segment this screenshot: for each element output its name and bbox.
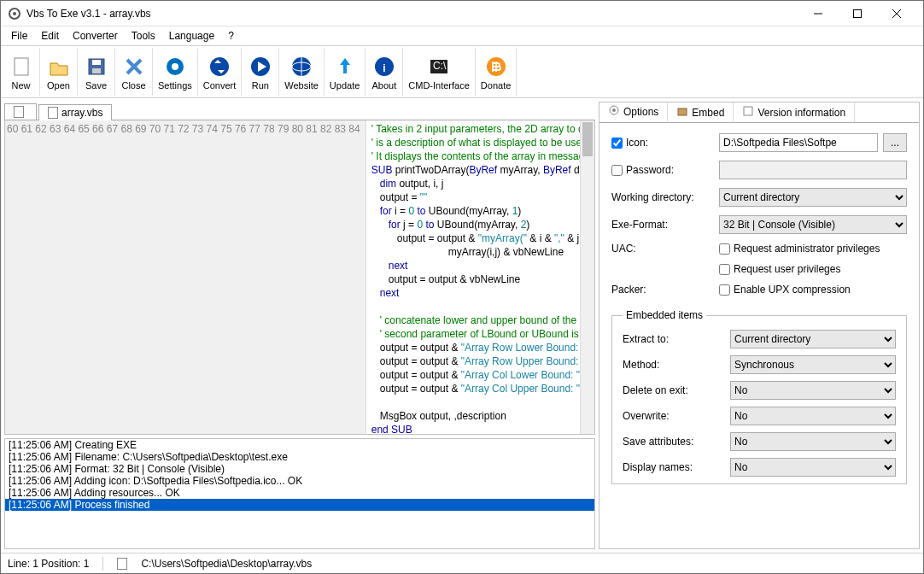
log-output[interactable]: [11:25:06 AM] Creating EXE[11:25:06 AM] … [4,438,595,549]
delete-label: Delete on exit: [623,384,725,396]
right-tab-options[interactable]: Options [599,102,668,122]
menu-edit[interactable]: Edit [34,28,66,44]
password-label: Password: [626,164,674,176]
method-select[interactable]: Synchronous [730,355,896,374]
log-line[interactable]: [11:25:06 AM] Format: 32 Bit | Console (… [5,463,594,475]
right-tab-embed[interactable]: Embed [668,102,734,122]
log-line[interactable]: [11:25:06 AM] Process finished [5,499,594,511]
tab-label: array.vbs [61,107,102,119]
saveattr-select[interactable]: No [730,432,896,451]
code-area[interactable]: ' Takes in 2 input parameters, the 2D ar… [366,120,594,434]
status-position: Line: 1 Position: 1 [8,558,89,570]
toolbar-convert-button[interactable]: Convert [198,48,243,96]
open-icon [47,55,71,79]
toolbar-label: New [11,80,30,91]
app-icon [8,7,21,20]
toolbar-open-button[interactable]: Open [40,48,78,96]
log-line[interactable]: [11:25:06 AM] Adding resources... OK [5,487,594,499]
extract-label: Extract to: [623,333,725,345]
toolbar-website-button[interactable]: Website [279,48,325,96]
file-icon [117,558,127,570]
editor-tab[interactable]: array.vbs [38,104,112,120]
code-editor[interactable]: 60 61 62 63 64 65 66 67 68 69 70 71 72 7… [4,120,595,435]
svg-rect-3 [854,9,862,17]
file-icon [14,106,24,118]
menu-file[interactable]: File [4,28,34,44]
options-tabs: OptionsEmbedVersion information [599,102,919,123]
left-pane: array.vbs 60 61 62 63 64 65 66 67 68 69 … [4,102,595,549]
tab-icon [608,104,620,119]
uac-user-label: Request user privileges [734,263,840,275]
svg-rect-8 [92,60,101,65]
svg-text:i: i [383,62,385,74]
toolbar-label: Run [252,80,269,91]
toolbar-cmd-button[interactable]: C:\CMD-Interface [403,48,476,96]
tab-label: Embed [692,107,724,119]
file-icon [48,107,58,119]
svg-point-1 [13,12,16,15]
log-line[interactable]: [11:25:06 AM] Adding icon: D:\Softpedia … [5,475,594,487]
toolbar-update-button[interactable]: Update [325,48,366,96]
extract-select[interactable]: Current directory [730,330,896,348]
toolbar-label: Open [47,80,70,91]
line-gutter: 60 61 62 63 64 65 66 67 68 69 70 71 72 7… [5,120,366,434]
right-tab-version-information[interactable]: Version information [734,102,855,122]
tab-label: Options [623,106,658,118]
overwrite-select[interactable]: No [730,407,896,425]
editor-scrollbar[interactable] [580,120,594,434]
display-select[interactable]: No [730,458,896,477]
toolbar-close-button[interactable]: Close [115,48,153,96]
uac-admin-label: Request administrator privileges [734,243,880,255]
log-line[interactable]: [11:25:06 AM] Creating EXE [5,439,594,451]
scrollbar-thumb[interactable] [582,122,593,156]
editor-tab[interactable] [4,103,37,120]
toolbar-save-button[interactable]: Save [78,48,115,96]
toolbar-run-button[interactable]: Run [242,48,279,96]
menu-converter[interactable]: Converter [66,28,125,44]
toolbar: NewOpenSaveCloseSettingsConvertRunWebsit… [1,45,923,98]
menu-language[interactable]: Language [162,28,221,44]
saveattr-label: Save attributes: [623,436,725,448]
toolbar-label: Website [284,80,319,91]
delete-select[interactable]: No [730,381,896,400]
svg-rect-28 [744,107,752,115]
toolbar-label: About [371,80,396,91]
website-icon [289,55,313,79]
run-icon [249,55,272,79]
options-panel: Icon: ... Password: Working directory: C… [599,123,919,548]
status-separator [102,557,103,571]
update-icon [333,55,357,79]
uac-user-checkbox[interactable] [719,264,730,275]
toolbar-new-button[interactable]: New [3,48,40,96]
toolbar-settings-button[interactable]: Settings [153,48,198,96]
settings-icon [163,55,187,79]
editor-tabs: array.vbs [4,102,595,120]
icon-label: Icon: [626,137,648,149]
exefmt-select[interactable]: 32 Bit | Console (Visible) [719,215,907,234]
status-filepath: C:\Users\Softpedia\Desktop\array.vbs [141,558,312,570]
maximize-button[interactable] [838,1,877,26]
icon-checkbox[interactable] [611,138,623,149]
toolbar-about-button[interactable]: iAbout [366,48,403,96]
convert-icon [208,55,231,79]
donate-icon [484,55,508,79]
password-checkbox[interactable] [611,165,623,176]
icon-browse-button[interactable]: ... [883,133,907,152]
close-button[interactable] [877,1,916,26]
log-line[interactable]: [11:25:06 AM] Filename: C:\Users\Softped… [5,451,594,463]
menu-tools[interactable]: Tools [125,28,162,44]
right-pane: OptionsEmbedVersion information Icon: ..… [599,102,920,549]
workdir-select[interactable]: Current directory [719,188,907,207]
toolbar-label: Settings [158,80,192,91]
icon-path-input[interactable] [719,133,878,152]
uac-admin-checkbox[interactable] [719,243,730,255]
method-label: Method: [623,359,725,371]
menu-?[interactable]: ? [221,28,241,44]
new-icon [9,55,33,79]
password-input[interactable] [719,161,907,179]
toolbar-label: Donate [481,80,511,91]
svg-rect-27 [678,108,687,115]
toolbar-donate-button[interactable]: Donate [476,48,517,96]
minimize-button[interactable] [798,1,838,26]
packer-upx-checkbox[interactable] [719,284,730,296]
